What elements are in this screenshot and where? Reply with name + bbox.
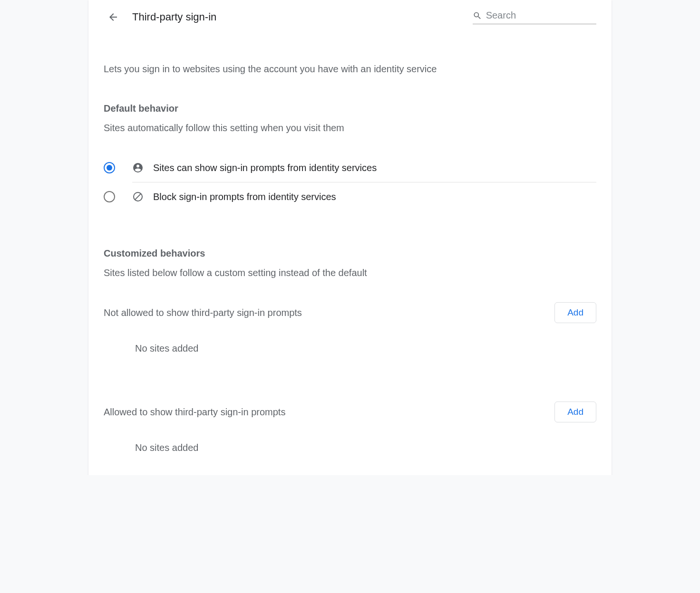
add-allowed-button[interactable]: Add <box>554 402 596 422</box>
default-behavior-section: Default behavior Sites automatically fol… <box>104 103 596 211</box>
default-behavior-title: Default behavior <box>104 103 596 114</box>
radio-button-checked <box>104 162 115 173</box>
search-icon <box>473 10 482 21</box>
back-button[interactable] <box>104 8 123 27</box>
customized-behaviors-title: Customized behaviors <box>104 248 596 259</box>
settings-panel: Third-party sign-in Lets you sign in to … <box>88 0 612 475</box>
header: Third-party sign-in <box>88 0 612 30</box>
not-allowed-empty-state: No sites added <box>135 343 596 354</box>
arrow-left-icon <box>107 11 119 23</box>
radio-option-block[interactable]: Block sign-in prompts from identity serv… <box>104 182 596 211</box>
radio-button-unchecked <box>104 191 115 202</box>
not-allowed-list-title: Not allowed to show third-party sign-in … <box>104 307 302 318</box>
add-not-allowed-button[interactable]: Add <box>554 302 596 323</box>
page-title: Third-party sign-in <box>132 11 473 23</box>
radio-option-allow-label: Sites can show sign-in prompts from iden… <box>153 163 377 173</box>
default-behavior-radio-group: Sites can show sign-in prompts from iden… <box>104 153 596 211</box>
intro-text: Lets you sign in to websites using the a… <box>104 64 596 75</box>
customized-behaviors-desc: Sites listed below follow a custom setti… <box>104 268 596 278</box>
search-input[interactable] <box>486 10 596 21</box>
content: Lets you sign in to websites using the a… <box>88 64 612 472</box>
radio-option-block-label: Block sign-in prompts from identity serv… <box>153 191 336 202</box>
search-field[interactable] <box>473 10 596 24</box>
allowed-list-title: Allowed to show third-party sign-in prom… <box>104 407 285 418</box>
customized-behaviors-section: Customized behaviors Sites listed below … <box>104 248 596 453</box>
allowed-empty-state: No sites added <box>135 442 596 453</box>
block-icon <box>132 191 144 202</box>
person-circle-icon <box>132 162 144 173</box>
radio-option-allow[interactable]: Sites can show sign-in prompts from iden… <box>104 153 596 182</box>
not-allowed-list-header: Not allowed to show third-party sign-in … <box>104 302 596 323</box>
default-behavior-desc: Sites automatically follow this setting … <box>104 123 596 134</box>
allowed-list-header: Allowed to show third-party sign-in prom… <box>104 402 596 422</box>
